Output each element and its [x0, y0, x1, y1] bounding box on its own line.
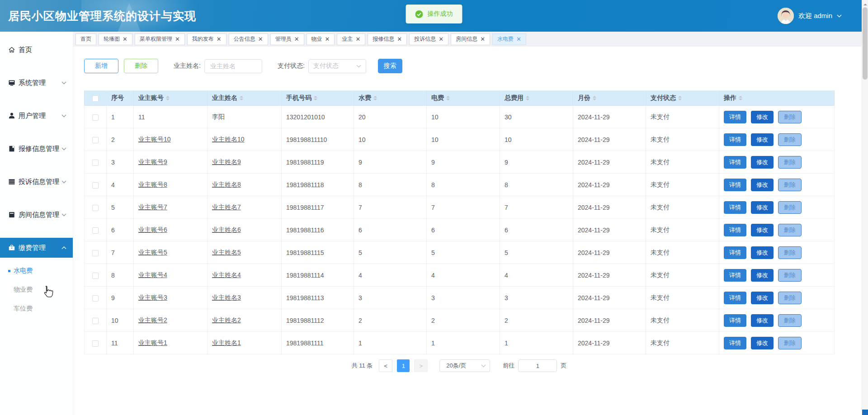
close-tab-icon[interactable]: ✕	[175, 36, 180, 42]
detail-button[interactable]: 详情	[724, 246, 746, 259]
row-checkbox[interactable]	[92, 182, 99, 189]
cell-account[interactable]: 业主账号8	[138, 181, 167, 188]
row-checkbox[interactable]	[92, 160, 99, 166]
tab[interactable]: 业主 ✕	[337, 33, 365, 45]
sidebar-item-system[interactable]: 系统管理	[0, 73, 73, 93]
tab[interactable]: 房间信息 ✕	[451, 33, 490, 45]
sort-icon[interactable]	[373, 96, 377, 100]
cell-name[interactable]: 业主姓名6	[212, 226, 241, 233]
cell-account[interactable]: 业主账号1	[138, 339, 167, 346]
tab[interactable]: 水电费 ✕	[492, 33, 526, 45]
sidebar-item-user[interactable]: 用户管理	[0, 106, 73, 126]
remove-button[interactable]: 删除	[778, 156, 802, 169]
detail-button[interactable]: 详情	[724, 314, 746, 327]
column-header-account[interactable]: 业主账号	[134, 91, 208, 106]
cell-account[interactable]: 业主账号9	[138, 158, 167, 165]
close-tab-icon[interactable]: ✕	[258, 36, 263, 42]
row-checkbox[interactable]	[92, 227, 99, 234]
remove-button[interactable]: 删除	[778, 314, 802, 327]
owner-name-input[interactable]	[204, 59, 262, 73]
sort-icon[interactable]	[446, 96, 450, 100]
tab[interactable]: 我的发布 ✕	[187, 33, 226, 45]
row-checkbox[interactable]	[92, 137, 99, 143]
remove-button[interactable]: 删除	[778, 337, 802, 349]
close-tab-icon[interactable]: ✕	[397, 36, 402, 42]
column-header-electric[interactable]: 电费	[427, 91, 500, 106]
next-page-button[interactable]: >	[414, 359, 428, 372]
edit-button[interactable]: 修改	[751, 246, 774, 259]
sidebar-item-complaint[interactable]: 投诉信息管理	[0, 172, 73, 192]
tab[interactable]: 管理员 ✕	[270, 33, 304, 45]
cell-name[interactable]: 业主姓名4	[212, 271, 241, 278]
cell-account[interactable]: 业主账号3	[138, 294, 167, 301]
remove-button[interactable]: 删除	[778, 133, 802, 146]
close-tab-icon[interactable]: ✕	[217, 36, 222, 42]
sort-icon[interactable]	[526, 96, 529, 100]
row-checkbox[interactable]	[92, 340, 99, 347]
detail-button[interactable]: 详情	[724, 179, 746, 191]
goto-page-input[interactable]	[518, 359, 557, 372]
column-header-total[interactable]: 总费用	[500, 91, 573, 106]
pay-status-select[interactable]: 支付状态	[308, 59, 366, 73]
column-header-actions[interactable]: 操作	[719, 91, 835, 106]
cell-account[interactable]: 业主账号10	[138, 136, 171, 143]
tab[interactable]: 投诉信息 ✕	[409, 33, 448, 45]
cell-name[interactable]: 业主姓名1	[212, 339, 241, 346]
search-button[interactable]: 搜索	[378, 59, 402, 73]
cell-name[interactable]: 业主姓名3	[212, 294, 241, 301]
sidebar-item-repair[interactable]: 报修信息管理	[0, 139, 73, 159]
column-header-water[interactable]: 水费	[354, 91, 427, 106]
cell-name[interactable]: 李阳	[212, 113, 225, 120]
detail-button[interactable]: 详情	[724, 224, 746, 236]
cell-name[interactable]: 业主姓名8	[212, 181, 241, 188]
tab[interactable]: 首页 ✕	[75, 33, 96, 45]
tab[interactable]: 菜单权限管理 ✕	[135, 33, 185, 45]
detail-button[interactable]: 详情	[724, 156, 746, 169]
row-checkbox[interactable]	[92, 273, 99, 279]
prev-page-button[interactable]: <	[379, 359, 392, 372]
cell-name[interactable]: 业主姓名9	[212, 158, 241, 165]
column-header-phone[interactable]: 手机号码	[282, 91, 354, 106]
cell-account[interactable]: 业主账号7	[138, 203, 167, 211]
cell-name[interactable]: 业主姓名10	[212, 136, 245, 143]
add-button[interactable]: 新增	[84, 59, 118, 73]
cell-account[interactable]: 业主账号2	[138, 316, 167, 324]
edit-button[interactable]: 修改	[751, 292, 774, 304]
submenu-item-parking-fee[interactable]: 车位费	[0, 299, 73, 318]
cell-name[interactable]: 业主姓名7	[212, 203, 241, 211]
detail-button[interactable]: 详情	[724, 269, 746, 282]
user-menu[interactable]: 欢迎 admin	[778, 0, 842, 32]
sort-icon[interactable]	[678, 96, 682, 100]
cell-account[interactable]: 业主账号6	[138, 226, 167, 233]
scroll-up-arrow-icon[interactable]	[863, 2, 867, 5]
edit-button[interactable]: 修改	[751, 314, 774, 327]
row-checkbox[interactable]	[92, 318, 99, 324]
submenu-item-water-electric-fee[interactable]: 水电费	[0, 261, 73, 280]
remove-button[interactable]: 删除	[778, 201, 802, 214]
remove-button[interactable]: 删除	[778, 179, 802, 191]
detail-button[interactable]: 详情	[724, 201, 746, 214]
sidebar-item-payment[interactable]: 缴费管理	[0, 238, 73, 258]
edit-button[interactable]: 修改	[751, 201, 774, 214]
submenu-item-property-fee[interactable]: 物业费	[0, 280, 73, 299]
scrollbar-thumb[interactable]	[863, 7, 868, 80]
close-tab-icon[interactable]: ✕	[123, 36, 127, 42]
tab[interactable]: 轮播图 ✕	[99, 33, 132, 45]
tab[interactable]: 报修信息 ✕	[368, 33, 407, 45]
edit-button[interactable]: 修改	[751, 133, 774, 146]
remove-button[interactable]: 删除	[778, 111, 802, 123]
sidebar-item-home[interactable]: 首页	[0, 40, 73, 60]
tab[interactable]: 物业 ✕	[307, 33, 335, 45]
sort-icon[interactable]	[314, 96, 317, 100]
close-tab-icon[interactable]: ✕	[439, 36, 443, 42]
detail-button[interactable]: 详情	[724, 111, 746, 123]
page-number-current[interactable]: 1	[397, 359, 410, 372]
delete-button[interactable]: 删除	[124, 59, 158, 73]
edit-button[interactable]: 修改	[751, 224, 774, 236]
row-checkbox[interactable]	[92, 114, 99, 121]
cell-account[interactable]: 业主账号4	[138, 271, 167, 278]
column-header-name[interactable]: 业主姓名	[208, 91, 282, 106]
detail-button[interactable]: 详情	[724, 292, 746, 304]
close-tab-icon[interactable]: ✕	[325, 36, 330, 42]
remove-button[interactable]: 删除	[778, 224, 802, 236]
